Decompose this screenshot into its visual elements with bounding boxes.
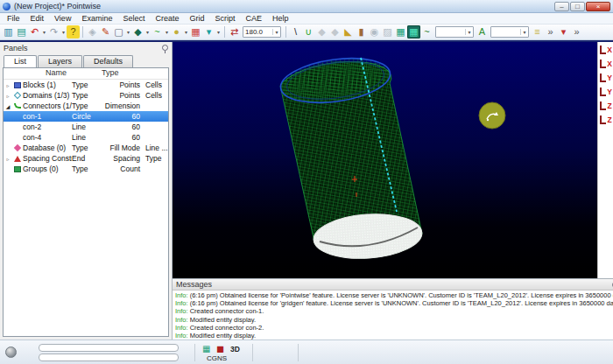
spacing-mask-icon[interactable]: ▾ bbox=[557, 25, 570, 38]
axis-letter: Y bbox=[607, 88, 612, 96]
mesh-gray-icon[interactable]: ▨ bbox=[381, 25, 394, 38]
tree-row-connectors-1-3-[interactable]: ◢Connectors (1/3)TypeDimension bbox=[4, 101, 168, 111]
view-plus-x-button[interactable]: X bbox=[599, 43, 613, 56]
messages-panel: Messages × Info: (6:16 pm) Obtained lice… bbox=[173, 278, 613, 341]
unstructured-domain-icon[interactable]: ▦ bbox=[407, 25, 420, 38]
menu-help[interactable]: Help bbox=[267, 14, 294, 23]
tree-item-col4: Cells bbox=[140, 91, 168, 100]
menu-edit[interactable]: Edit bbox=[25, 14, 50, 23]
chevron-down-icon[interactable]: ▾ bbox=[144, 29, 151, 35]
menu-bar: FileEditViewExamineSelectCreateGridScrip… bbox=[0, 13, 613, 24]
chevron-down-icon[interactable]: ▾ bbox=[60, 29, 67, 35]
two-point-line-icon[interactable]: \ bbox=[289, 25, 302, 38]
overflow-a-icon[interactable]: » bbox=[544, 25, 557, 38]
chevron-down-icon[interactable]: ▾ bbox=[465, 29, 473, 35]
revolve-icon[interactable]: ◉ bbox=[368, 25, 381, 38]
tree-row-spacing-constrai-[interactable]: ▹Spacing Constrai...EndSpacingType bbox=[4, 153, 168, 164]
tree-row-database-0-[interactable]: Database (0)TypeFill ModeLine ... bbox=[4, 143, 168, 153]
mass-properties-icon[interactable]: ◈ bbox=[86, 25, 99, 38]
tab-list[interactable]: List bbox=[4, 55, 37, 67]
view-cube-icon[interactable]: ▢ bbox=[112, 25, 125, 38]
create-curve-icon[interactable]: ~ bbox=[151, 25, 164, 38]
solid-block-icon[interactable]: ▮ bbox=[355, 25, 368, 38]
info-tag: Info: bbox=[175, 324, 188, 332]
pin-icon[interactable] bbox=[162, 45, 168, 51]
menu-cae[interactable]: CAE bbox=[240, 14, 267, 23]
maximize-button[interactable]: □ bbox=[570, 2, 585, 11]
tree-row-con-2[interactable]: con-2Line60 bbox=[4, 122, 168, 132]
info-tag: Info: bbox=[175, 316, 188, 324]
message-line: Info: Created connector con-2. bbox=[175, 324, 613, 332]
redo-icon[interactable]: ↷ bbox=[47, 25, 60, 38]
save-icon[interactable]: ▥ bbox=[2, 25, 15, 38]
expander-icon[interactable]: ▹ bbox=[4, 156, 12, 162]
dimension-combo-2[interactable]: ▾ bbox=[490, 26, 529, 38]
view-minus-y-button[interactable]: Y bbox=[599, 85, 613, 98]
select-mask-icon[interactable]: ▾ bbox=[202, 25, 215, 38]
chevron-down-icon[interactable]: ▾ bbox=[215, 29, 222, 35]
chevron-down-icon[interactable]: ▾ bbox=[164, 29, 170, 35]
tree-item-type: Type bbox=[72, 144, 102, 152]
view-minus-z-button[interactable]: Z bbox=[599, 113, 613, 126]
tree-item-label: con-2 bbox=[23, 122, 72, 131]
view-minus-x-button[interactable]: X bbox=[599, 57, 613, 70]
spacing-dimension-icon[interactable]: A bbox=[476, 25, 489, 38]
menu-file[interactable]: File bbox=[2, 14, 25, 23]
copy-paste-icon[interactable]: ▤ bbox=[15, 25, 28, 38]
surface-b-icon[interactable]: ◆ bbox=[328, 25, 342, 38]
tree-row-groups-0-[interactable]: Groups (0)TypeCount bbox=[4, 164, 168, 174]
arc-tool-icon[interactable]: ∪ bbox=[302, 25, 315, 38]
dimension-combo-1[interactable]: ▾ bbox=[435, 26, 474, 38]
domains-icon bbox=[12, 93, 23, 98]
overflow-b-icon[interactable]: » bbox=[570, 25, 583, 38]
tree-row-domains-1-3-[interactable]: ▹Domains (1/3)TypePointsCells bbox=[4, 90, 168, 101]
tree-row-con-4[interactable]: con-4Line60 bbox=[4, 132, 168, 143]
view-plus-z-button[interactable]: Z bbox=[599, 99, 613, 112]
tab-layers[interactable]: Layers bbox=[38, 55, 82, 67]
tree-row-blocks-1-[interactable]: ▹Blocks (1)TypePointsCells bbox=[4, 80, 168, 90]
tree-row-con-1[interactable]: con-1Circle60 bbox=[4, 111, 168, 122]
angle-combo[interactable]: 180.0▾ bbox=[243, 26, 281, 38]
axis-arrows-icon bbox=[600, 60, 606, 68]
expander-icon[interactable]: ▹ bbox=[4, 82, 12, 88]
menu-view[interactable]: View bbox=[49, 14, 76, 23]
close-button[interactable]: × bbox=[586, 2, 610, 11]
extrude-icon[interactable]: ◣ bbox=[342, 25, 355, 38]
minimize-button[interactable]: – bbox=[554, 2, 569, 11]
expander-icon[interactable]: ◢ bbox=[4, 103, 12, 109]
tree-item-col3: 60 bbox=[102, 112, 140, 121]
menu-grid[interactable]: Grid bbox=[184, 14, 209, 23]
rotate-view-icon[interactable]: ⇄ bbox=[228, 25, 241, 38]
display-style-icon[interactable]: ✎ bbox=[99, 25, 112, 38]
column-name[interactable]: Name bbox=[46, 68, 67, 79]
chevron-down-icon[interactable]: ▾ bbox=[520, 29, 528, 35]
column-type[interactable]: Type bbox=[102, 68, 119, 79]
expander-icon[interactable]: ▹ bbox=[4, 93, 12, 99]
viewport-3d[interactable] bbox=[173, 42, 597, 278]
tree-item-col3: 60 bbox=[102, 122, 140, 131]
menu-script[interactable]: Script bbox=[209, 14, 240, 23]
connector-dimension-icon[interactable]: ~ bbox=[420, 25, 433, 38]
tree-item-type: Type bbox=[72, 80, 102, 89]
examine-icon[interactable]: ◆ bbox=[131, 25, 144, 38]
chevron-down-icon[interactable]: ▾ bbox=[125, 29, 131, 35]
info-tag: Info: bbox=[175, 332, 188, 340]
rgb-grid-icon[interactable]: ▦ bbox=[189, 25, 202, 38]
chevron-down-icon[interactable]: ▾ bbox=[41, 29, 47, 35]
chevron-down-icon[interactable]: ▾ bbox=[272, 29, 280, 35]
menu-select[interactable]: Select bbox=[117, 14, 150, 23]
layers-icon[interactable]: ≡ bbox=[531, 25, 544, 38]
help-icon[interactable]: ? bbox=[67, 25, 80, 38]
create-point-icon[interactable]: ● bbox=[170, 25, 183, 38]
surface-a-icon[interactable]: ◆ bbox=[315, 25, 328, 38]
chevron-down-icon[interactable]: ▾ bbox=[183, 29, 189, 35]
tab-defaults[interactable]: Defaults bbox=[83, 55, 133, 67]
view-plus-y-button[interactable]: Y bbox=[599, 71, 613, 84]
info-tag: Info: bbox=[175, 291, 188, 299]
menu-create[interactable]: Create bbox=[150, 14, 184, 23]
menu-examine[interactable]: Examine bbox=[76, 14, 117, 23]
toolbar: ▥▤↶▾↷▾?◈✎▢▾◆▾~▾●▾▦▾▾⇄180.0▾\∪◆◆◣▮◉▨▦▦~▾A… bbox=[0, 24, 613, 40]
divider bbox=[194, 344, 195, 361]
undo-icon[interactable]: ↶ bbox=[28, 25, 41, 38]
structured-domain-icon[interactable]: ▦ bbox=[394, 25, 407, 38]
